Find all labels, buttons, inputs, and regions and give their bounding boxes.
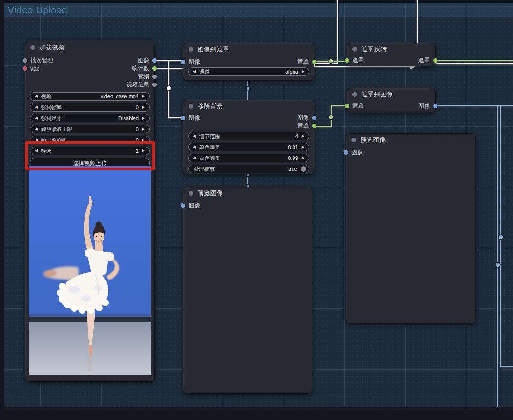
slot-label: 遮罩 — [297, 58, 309, 66]
left-arrow-icon[interactable]: ◀ — [193, 134, 196, 138]
right-arrow-icon[interactable]: ▶ — [142, 94, 145, 98]
collapse-dot-icon[interactable] — [352, 92, 357, 97]
left-arrow-icon[interactable]: ◀ — [193, 70, 196, 74]
node-title: 预览图像 — [198, 189, 223, 197]
right-arrow-icon[interactable]: ▶ — [302, 134, 304, 138]
output-dot-icon[interactable] — [152, 66, 157, 71]
collapse-dot-icon[interactable] — [189, 191, 193, 196]
collapse-dot-icon[interactable] — [189, 47, 193, 52]
node-mask-invert[interactable]: 遮罩反转 遮罩 遮罩 — [347, 43, 436, 66]
node-header[interactable]: 预览图像 — [346, 134, 475, 146]
toggle-knob-icon[interactable] — [301, 166, 306, 172]
widget-force-size[interactable]: ◀ 强制尺寸 Disabled ▶ — [30, 114, 150, 122]
input-slot-image[interactable]: 图像 — [183, 114, 200, 122]
widget-force-rate[interactable]: ◀ 强制帧率 0 ▶ — [30, 103, 150, 112]
input-slot-image[interactable]: 图像 — [346, 149, 363, 157]
node-preview-image-1[interactable]: 预览图像 图像 — [183, 187, 312, 394]
widget-label: 通道 — [199, 68, 285, 75]
widget-value: 0.99 — [288, 155, 298, 161]
output-slot-image[interactable]: 图像 — [297, 114, 314, 122]
collapse-dot-icon[interactable] — [352, 138, 356, 142]
input-dot-icon[interactable] — [344, 150, 348, 155]
output-dot-icon[interactable] — [312, 116, 316, 120]
output-dot-icon[interactable] — [433, 58, 437, 63]
input-slot-image[interactable]: 图像 — [183, 58, 200, 66]
output-slot-audio[interactable]: 音频 — [138, 73, 154, 81]
output-slot-mask[interactable]: 遮罩 — [297, 122, 314, 130]
node-header[interactable]: 预览图像 — [183, 187, 312, 199]
input-dot-icon[interactable] — [23, 58, 27, 63]
node-title: 移除背景 — [198, 102, 223, 111]
left-arrow-icon[interactable]: ◀ — [35, 116, 38, 120]
node-mask-to-image[interactable]: 遮罩到图像 遮罩 图像 — [347, 88, 436, 112]
input-dot-icon[interactable] — [345, 104, 349, 108]
node-header[interactable]: 遮罩到图像 — [347, 88, 435, 101]
widget-value: video_case.mp4 — [101, 93, 139, 99]
widget-video[interactable]: ◀ 视频 video_case.mp4 ▶ — [30, 92, 150, 101]
output-slot-video-info[interactable]: 视频信息 — [126, 81, 154, 89]
node-header[interactable]: 移除背景 — [183, 100, 314, 112]
widget-black-threshold[interactable]: ◀ 黑色阈值 0.01 ▶ — [188, 143, 309, 151]
left-arrow-icon[interactable]: ◀ — [193, 145, 196, 149]
output-dot-icon[interactable] — [433, 104, 437, 108]
right-arrow-icon[interactable]: ▶ — [302, 145, 304, 149]
right-arrow-icon[interactable]: ▶ — [302, 156, 304, 160]
widget-frame-load-cap[interactable]: ◀ 帧数读取上限 0 ▶ — [30, 125, 150, 133]
widget-value: alpha — [285, 69, 298, 75]
left-arrow-icon[interactable]: ◀ — [35, 105, 38, 109]
slot-label: 遮罩 — [297, 122, 309, 130]
left-arrow-icon[interactable]: ◀ — [193, 156, 196, 160]
input-slot-mask[interactable]: 遮罩 — [347, 102, 364, 110]
left-arrow-icon[interactable]: ◀ — [35, 127, 38, 131]
output-dot-icon[interactable] — [312, 124, 316, 128]
collapse-dot-icon[interactable] — [189, 104, 193, 109]
widget-label: 细节范围 — [199, 133, 295, 140]
node-title: 图像到遮罩 — [198, 45, 229, 54]
node-remove-background[interactable]: 移除背景 图像 图像 遮罩 ◀ — [183, 100, 314, 174]
node-preview-image-2[interactable]: 预览图像 图像 — [346, 133, 476, 324]
input-dot-icon[interactable] — [181, 204, 185, 208]
widget-value: 0 — [136, 104, 139, 110]
output-slot-frame-count[interactable]: 帧计数 — [132, 65, 154, 73]
slot-label: 视频信息 — [126, 81, 149, 89]
input-dot-icon[interactable] — [181, 60, 185, 64]
slot-label: 图像 — [189, 58, 200, 66]
input-slot-image[interactable]: 图像 — [183, 202, 200, 210]
slot-label: 图像 — [189, 202, 200, 210]
right-arrow-icon[interactable]: ▶ — [142, 127, 145, 131]
group-header[interactable] — [4, 3, 513, 17]
input-slot-batch-manager[interactable]: 批次管理 — [25, 56, 53, 65]
output-dot-icon[interactable] — [312, 60, 316, 64]
widget-channel[interactable]: ◀ 通道 alpha ▶ — [188, 67, 309, 76]
widget-process-detail-toggle[interactable]: 处理细节 true — [188, 165, 309, 173]
output-dot-icon[interactable] — [152, 83, 157, 87]
input-dot-icon[interactable] — [23, 66, 27, 71]
input-slot-vae[interactable]: vae — [25, 65, 39, 72]
output-dot-icon[interactable] — [152, 75, 157, 79]
right-arrow-icon[interactable]: ▶ — [142, 105, 145, 109]
output-dot-icon[interactable] — [152, 58, 157, 63]
widget-detail-range[interactable]: ◀ 细节范围 4 ▶ — [188, 132, 309, 140]
left-arrow-icon[interactable]: ◀ — [35, 94, 38, 98]
input-dot-icon[interactable] — [181, 116, 185, 120]
output-slot-image[interactable]: 图像 — [138, 56, 154, 65]
input-dot-icon[interactable] — [345, 58, 349, 63]
output-slot-mask[interactable]: 遮罩 — [297, 58, 314, 66]
output-slot-image[interactable]: 图像 — [418, 102, 435, 110]
node-header[interactable]: 加载视频 — [25, 41, 154, 54]
node-load-video[interactable]: 加载视频 批次管理 图像 vae 帧计数 — [25, 41, 155, 382]
input-slot-mask[interactable]: 遮罩 — [347, 56, 364, 65]
collapse-dot-icon[interactable] — [30, 45, 35, 50]
right-arrow-icon[interactable]: ▶ — [142, 116, 145, 120]
output-slot-mask[interactable]: 遮罩 — [418, 56, 435, 65]
widget-label: 帧数读取上限 — [41, 126, 136, 133]
node-header[interactable]: 图像到遮罩 — [183, 43, 314, 56]
node-header[interactable]: 遮罩反转 — [347, 43, 435, 56]
node-graph-canvas[interactable]: Video Upload — [0, 0, 513, 420]
widget-label: 白色阈值 — [199, 155, 288, 162]
widget-white-threshold[interactable]: ◀ 白色阈值 0.99 ▶ — [188, 154, 309, 162]
widget-label: 视频 — [41, 93, 101, 100]
node-image-to-mask[interactable]: 图像到遮罩 图像 遮罩 ◀ 通道 alpha ▶ — [183, 43, 314, 81]
right-arrow-icon[interactable]: ▶ — [302, 70, 304, 74]
collapse-dot-icon[interactable] — [352, 47, 357, 52]
